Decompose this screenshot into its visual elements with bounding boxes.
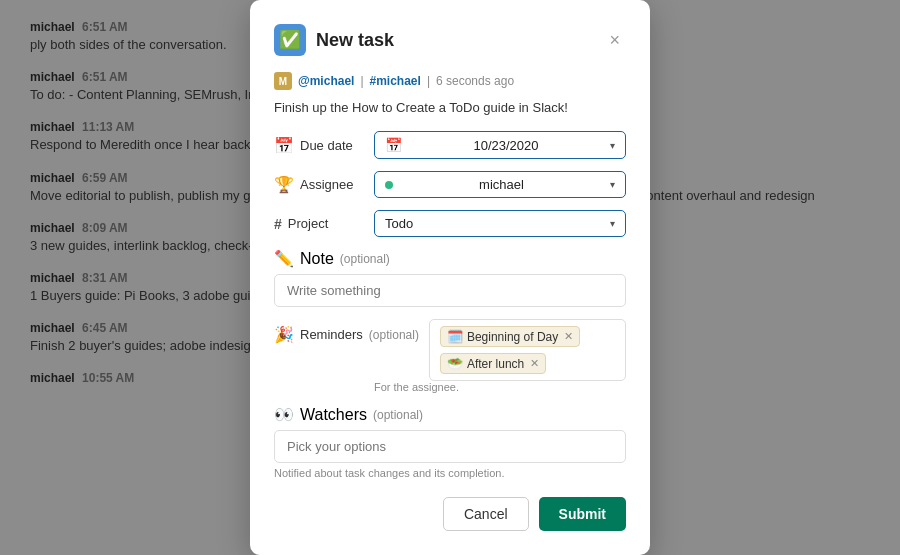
- note-label-row: ✏️ Note (optional): [274, 249, 626, 268]
- project-icon: #: [274, 216, 282, 232]
- source-avatar: M: [274, 72, 292, 90]
- reminder-tag-1: 🗓️ Beginning of Day ✕: [440, 326, 580, 347]
- assignee-icon: 🏆: [274, 175, 294, 194]
- due-date-icon: 📅: [274, 136, 294, 155]
- watchers-label-row: 👀 Watchers (optional): [274, 405, 626, 424]
- beginning-of-day-icon: 🗓️: [447, 329, 463, 344]
- reminder-tag-2-label: After lunch: [467, 357, 524, 371]
- close-button[interactable]: ×: [603, 29, 626, 51]
- due-date-label: 📅 Due date: [274, 136, 364, 155]
- assignee-row: 🏆 Assignee michael ▾: [274, 171, 626, 198]
- new-task-modal: ✅ New task × M @michael | #michael | 6 s…: [250, 0, 650, 555]
- reminders-icon: 🎉: [274, 325, 294, 344]
- chevron-down-icon: ▾: [610, 218, 615, 229]
- reminders-label: 🎉 Reminders (optional): [274, 319, 419, 344]
- reminders-optional: (optional): [369, 328, 419, 342]
- watchers-note: Notified about task changes and its comp…: [274, 467, 626, 479]
- remove-reminder-2-button[interactable]: ✕: [530, 357, 539, 370]
- watchers-optional: (optional): [373, 408, 423, 422]
- modal-title: New task: [316, 30, 593, 51]
- project-select[interactable]: Todo ▾: [374, 210, 626, 237]
- watchers-icon: 👀: [274, 405, 294, 424]
- reminders-area[interactable]: 🗓️ Beginning of Day ✕ 🥗 After lunch ✕: [429, 319, 626, 381]
- modal-overlay: ✅ New task × M @michael | #michael | 6 s…: [0, 0, 900, 555]
- assignee-label: 🏆 Assignee: [274, 175, 364, 194]
- source-channel[interactable]: #michael: [370, 74, 421, 88]
- reminder-tag-2: 🥗 After lunch ✕: [440, 353, 546, 374]
- watchers-label: Watchers: [300, 406, 367, 424]
- note-input[interactable]: [274, 274, 626, 307]
- project-label: # Project: [274, 216, 364, 232]
- source-user[interactable]: @michael: [298, 74, 354, 88]
- calendar-icon: 📅: [385, 137, 402, 153]
- online-dot: [385, 181, 393, 189]
- modal-icon: ✅: [274, 24, 306, 56]
- source-time: 6 seconds ago: [436, 74, 514, 88]
- modal-header: ✅ New task ×: [274, 24, 626, 56]
- watchers-section: 👀 Watchers (optional) Notified about tas…: [274, 405, 626, 479]
- reminder-tag-1-label: Beginning of Day: [467, 330, 558, 344]
- after-lunch-icon: 🥗: [447, 356, 463, 371]
- reminders-hint: For the assignee.: [274, 381, 626, 393]
- chevron-down-icon: ▾: [610, 140, 615, 151]
- cancel-button[interactable]: Cancel: [443, 497, 529, 531]
- note-section: ✏️ Note (optional): [274, 249, 626, 307]
- note-icon: ✏️: [274, 249, 294, 268]
- source-row: M @michael | #michael | 6 seconds ago: [274, 72, 626, 90]
- remove-reminder-1-button[interactable]: ✕: [564, 330, 573, 343]
- submit-button[interactable]: Submit: [539, 497, 626, 531]
- reminders-row: 🎉 Reminders (optional) 🗓️ Beginning of D…: [274, 319, 626, 381]
- chevron-down-icon: ▾: [610, 179, 615, 190]
- watchers-input[interactable]: [274, 430, 626, 463]
- project-row: # Project Todo ▾: [274, 210, 626, 237]
- due-date-row: 📅 Due date 📅 10/23/2020 ▾: [274, 131, 626, 159]
- note-optional: (optional): [340, 252, 390, 266]
- assignee-select[interactable]: michael ▾: [374, 171, 626, 198]
- due-date-select[interactable]: 📅 10/23/2020 ▾: [374, 131, 626, 159]
- note-label: Note: [300, 250, 334, 268]
- task-description: Finish up the How to Create a ToDo guide…: [274, 100, 626, 115]
- modal-footer: Cancel Submit: [274, 497, 626, 531]
